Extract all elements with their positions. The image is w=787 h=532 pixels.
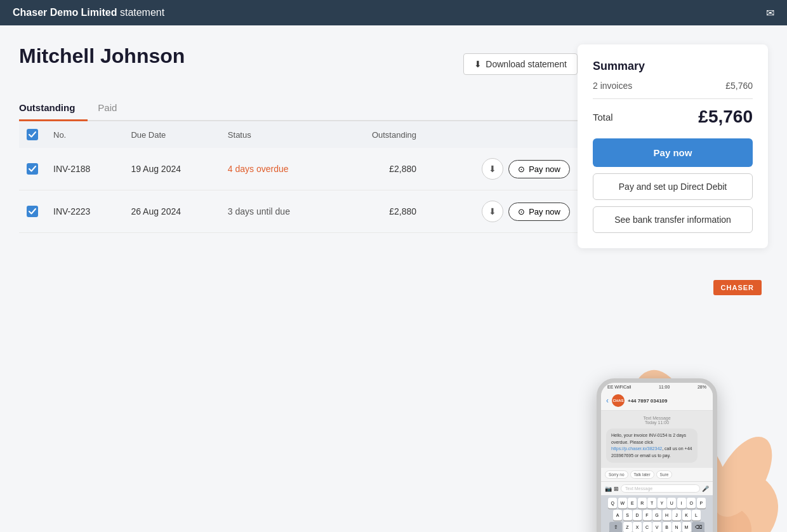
topbar: Chaser Demo Limited statement ✉	[0, 0, 787, 25]
key-l[interactable]: L	[692, 510, 701, 521]
key-n[interactable]: N	[672, 522, 681, 532]
key-u[interactable]: U	[667, 498, 676, 509]
key-a[interactable]: A	[613, 510, 622, 521]
row2-outstanding: £2,880	[335, 190, 424, 233]
tab-paid[interactable]: Paid	[98, 96, 129, 121]
contact-info: +44 7897 034109	[628, 398, 668, 404]
row1-number: INV-2188	[46, 148, 123, 190]
phone-carrier: EE WiFiCall	[607, 385, 631, 389]
key-k[interactable]: K	[682, 510, 691, 521]
key-e[interactable]: E	[628, 498, 637, 509]
keyboard-row-2: A S D F G H J K L	[602, 510, 711, 521]
key-b[interactable]: B	[663, 522, 671, 532]
row2-download-button[interactable]: ⬇	[482, 201, 503, 222]
row2-pay-button[interactable]: ⊙ Pay now	[508, 203, 570, 221]
summary-invoice-amount: £5,760	[725, 81, 753, 91]
chaser-logo-badge: CHASER	[713, 280, 762, 295]
key-y[interactable]: Y	[658, 498, 666, 509]
key-d[interactable]: D	[633, 510, 642, 521]
summary-title: Summary	[593, 60, 753, 73]
col-header-status: Status	[220, 121, 335, 148]
keyboard-row-3: ⇧ Z X C V B N M ⌫	[602, 522, 711, 532]
phone-mockup: EE WiFiCall 11:00 28% ‹ CHAS +44 7897 03…	[597, 378, 717, 532]
key-z[interactable]: Z	[623, 522, 632, 532]
phone-time: 11:00	[659, 385, 670, 389]
page-title: Mitchell Johnson	[19, 44, 185, 68]
phone-input-area: 📷 ⊞ Text Message 🎤	[601, 481, 713, 495]
phone-messages: Text Message Today 11:00 Hello, your inv…	[601, 411, 713, 468]
phone-battery: 28%	[698, 385, 706, 389]
table-header-row: No. Due Date Status Outstanding	[19, 121, 578, 148]
summary-invoice-count: 2 invoices	[593, 81, 632, 91]
invoice-table: No. Due Date Status Outstanding	[19, 121, 578, 233]
key-j[interactable]: J	[672, 510, 681, 521]
summary-invoices-row: 2 invoices £5,760	[593, 81, 753, 91]
key-t[interactable]: T	[647, 498, 656, 509]
keyboard-row-1: Q W E R T Y U I O P	[602, 498, 711, 509]
key-shift[interactable]: ⇧	[609, 522, 622, 532]
summary-total-label: Total	[593, 112, 613, 123]
col-header-no: No.	[46, 121, 123, 148]
download-row2-icon: ⬇	[489, 206, 496, 216]
email-icon[interactable]: ✉	[766, 7, 774, 19]
col-header-actions	[424, 121, 578, 148]
key-p[interactable]: P	[697, 498, 706, 509]
back-icon[interactable]: ‹	[606, 396, 609, 405]
camera-icon[interactable]: 📷	[605, 486, 612, 492]
row1-status: 4 days overdue	[220, 148, 335, 190]
row1-pay-button[interactable]: ⊙ Pay now	[508, 160, 570, 178]
select-all-checkbox[interactable]	[27, 129, 38, 140]
key-h[interactable]: H	[663, 510, 671, 521]
row2-checkbox[interactable]	[27, 206, 38, 217]
quick-reply-sorry[interactable]: Sorry no	[605, 470, 628, 479]
topbar-title: Chaser Demo Limited statement	[13, 7, 164, 18]
quick-reply-talk[interactable]: Talk later	[630, 470, 654, 479]
phone-header: ‹ CHAS +44 7897 034109	[601, 391, 713, 411]
key-c[interactable]: C	[643, 522, 652, 532]
key-x[interactable]: X	[633, 522, 642, 532]
quick-reply-sure[interactable]: Sure	[656, 470, 673, 479]
row1-download-button[interactable]: ⬇	[482, 158, 503, 180]
row1-checkbox[interactable]	[27, 163, 38, 175]
row1-outstanding: £2,880	[335, 148, 424, 190]
key-backspace[interactable]: ⌫	[692, 522, 704, 532]
pay-now-button[interactable]: Pay now	[593, 138, 753, 167]
row1-due-date: 19 Aug 2024	[123, 148, 220, 190]
row2-status: 3 days until due	[220, 190, 335, 233]
key-g[interactable]: G	[652, 510, 661, 521]
key-q[interactable]: Q	[608, 498, 617, 509]
text-input[interactable]: Text Message	[621, 484, 700, 493]
key-w[interactable]: W	[618, 498, 627, 509]
key-m[interactable]: M	[682, 522, 691, 532]
row2-actions: ⬇ ⊙ Pay now	[424, 190, 578, 233]
key-i[interactable]: I	[677, 498, 686, 509]
contact-number: +44 7897 034109	[628, 398, 668, 404]
contact-avatar: CHAS	[612, 394, 625, 407]
key-o[interactable]: O	[687, 498, 696, 509]
row1-select-cell	[19, 148, 46, 190]
message-link[interactable]: https://p.chaser.io/382342	[611, 446, 662, 451]
key-r[interactable]: R	[638, 498, 647, 509]
download-icon: ⬇	[474, 59, 482, 69]
message-bubble: Hello, your invoice INV-0154 is 2 days o…	[606, 429, 698, 463]
pay-circle2-icon: ⊙	[518, 207, 525, 216]
key-v[interactable]: V	[652, 522, 661, 532]
row1-actions: ⬇ ⊙ Pay now	[424, 148, 578, 190]
tab-outstanding[interactable]: Outstanding	[19, 96, 88, 121]
phone-status-bar: EE WiFiCall 11:00 28%	[601, 383, 713, 391]
phone-keyboard: Q W E R T Y U I O P A S	[601, 495, 713, 532]
message-date-label: Text Message Today 11:00	[606, 416, 708, 425]
key-s[interactable]: S	[623, 510, 632, 521]
row2-due-date: 26 Aug 2024	[123, 190, 220, 233]
pay-direct-debit-button[interactable]: Pay and set up Direct Debit	[593, 173, 753, 200]
row2-number: INV-2223	[46, 190, 123, 233]
summary-total-row: Total £5,760	[593, 107, 753, 127]
bank-info-button[interactable]: See bank transfer information	[593, 206, 753, 233]
key-f[interactable]: F	[643, 510, 652, 521]
col-header-due-date: Due Date	[123, 121, 220, 148]
download-statement-button[interactable]: ⬇ Download statement	[463, 53, 578, 75]
apps-icon[interactable]: ⊞	[614, 486, 619, 492]
download-row-icon: ⬇	[489, 164, 496, 174]
send-icon[interactable]: 🎤	[702, 486, 709, 492]
col-header-select	[19, 121, 46, 148]
